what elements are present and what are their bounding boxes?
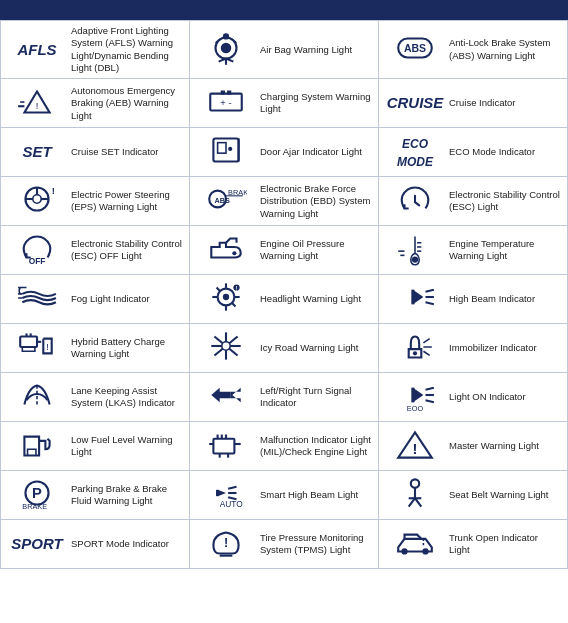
svg-point-19 [33,195,41,203]
symbol-icon: CRUISE [385,94,445,112]
svg-line-3 [219,58,226,61]
svg-point-5 [223,33,229,39]
svg-rect-48 [20,337,37,348]
symbol-icon: OFF [7,230,67,270]
table-row: SETCruise SET IndicatorDoor Ajar Indicat… [1,128,568,177]
symbol-cell: PBRAKEParking Brake & Brake Fluid Warnin… [1,471,190,520]
svg-point-17 [228,147,232,151]
symbol-cell: Fog Light Indicator [1,275,190,324]
svg-text:EOO: EOO [407,404,424,413]
symbol-label: Electronic Stability Control (ESC) OFF L… [71,238,183,263]
symbol-cell: Left/Right Turn Signal Indicator [190,373,379,422]
symbol-cell: !Tire Pressure Monitoring System (TPMS) … [190,520,379,569]
symbol-icon [385,181,445,221]
table-row: !Electric Power Steering (EPS) Warning L… [1,177,568,226]
symbol-label: Anti-Lock Brake System (ABS) Warning Lig… [449,37,561,62]
symbol-label: Fog Light Indicator [71,293,150,305]
symbol-icon [7,377,67,417]
table-row: !Autonomous Emergency Braking (AEB) Warn… [1,79,568,128]
svg-rect-13 [227,91,231,95]
symbol-label: Autonomous Emergency Braking (AEB) Warni… [71,85,183,122]
table-row: PBRAKEParking Brake & Brake Fluid Warnin… [1,471,568,520]
svg-point-35 [223,294,229,300]
table-row: Low Fuel Level Warning LightMalfunction … [1,422,568,471]
symbol-icon [385,475,445,515]
symbol-label: Engine Temperature Warning Light [449,238,561,263]
symbol-icon [196,328,256,368]
symbol-cell: + -Charging System Warning Light [190,79,379,128]
symbol-icon: PBRAKE [7,475,67,515]
symbol-label: Trunk Open Indicator Light [449,532,561,557]
symbol-icon: ! [385,426,445,466]
symbol-cell: ECO MODEECO Mode Indicator [379,128,568,177]
symbol-cell: !!Headlight Warning Light [190,275,379,324]
svg-line-59 [426,388,434,390]
svg-text:!: ! [224,537,228,551]
symbol-cell: Seat Belt Warning Light [379,471,568,520]
symbol-label: Light ON Indicator [449,391,526,403]
symbol-icon: ! [196,524,256,564]
symbol-cell: Trunk Open Indicator Light [379,520,568,569]
symbol-icon [385,279,445,319]
table-row: OFFElectronic Stability Control (ESC) OF… [1,226,568,275]
svg-point-29 [232,252,236,256]
svg-text:!: ! [46,342,49,353]
symbol-label: Parking Brake & Brake Fluid Warning Ligh… [71,483,183,508]
svg-text:ABS: ABS [214,197,230,206]
symbol-cell: !Autonomous Emergency Braking (AEB) Warn… [1,79,190,128]
symbol-icon: + - [196,83,256,123]
svg-text:P: P [32,486,42,502]
svg-point-83 [422,549,428,555]
symbol-label: Headlight Warning Light [260,293,361,305]
svg-point-57 [413,352,417,356]
symbol-cell: Low Fuel Level Warning Light [1,422,190,471]
symbol-label: High Beam Indicator [449,293,535,305]
symbol-icon [7,426,67,466]
symbol-cell: ABSAnti-Lock Brake System (ABS) Warning … [379,21,568,79]
symbol-icon: ! [7,83,67,123]
symbol-label: Tire Pressure Monitoring System (TPMS) L… [260,532,372,557]
svg-line-47 [426,303,434,305]
symbol-icon: SET [7,143,67,161]
symbol-cell: !Master Warning Light [379,422,568,471]
symbol-label: Immobilizer Indicator [449,342,537,354]
symbol-label: Seat Belt Warning Light [449,489,548,501]
table-row: !Hybrid Battery Charge Warning LightIcy … [1,324,568,373]
symbol-icon [385,524,445,564]
table-row: Fog Light Indicator!!Headlight Warning L… [1,275,568,324]
symbol-label: Cruise Indicator [449,97,516,109]
svg-line-40 [217,288,221,292]
symbol-cell: Engine Temperature Warning Light [379,226,568,275]
svg-line-45 [426,290,434,292]
symbol-icon: SPORT [7,535,67,553]
symbol-label: Electronic Stability Control (ESC) Light [449,189,561,214]
svg-text:AUTO: AUTO [220,499,244,509]
symbol-label: Low Fuel Level Warning Light [71,434,183,459]
svg-point-82 [401,549,407,555]
svg-point-56 [222,342,230,350]
symbol-label: Air Bag Warning Light [260,44,352,56]
symbol-label: SPORT Mode Indicator [71,538,169,550]
symbol-cell: Immobilizer Indicator [379,324,568,373]
header [0,0,568,20]
symbol-icon: ECO MODE [385,134,445,170]
svg-text:OFF: OFF [29,256,46,266]
symbol-cell: Air Bag Warning Light [190,21,379,79]
svg-line-75 [228,487,236,489]
svg-text:!: ! [36,101,39,112]
symbol-label: Left/Right Turn Signal Indicator [260,385,372,410]
symbol-icon [7,279,67,319]
symbol-icon: !! [196,279,256,319]
table-row: Lane Keeping Assist System (LKAS) Indica… [1,373,568,422]
symbol-icon: AUTO [196,475,256,515]
symbol-label: Cruise SET Indicator [71,146,158,158]
symbol-label: Master Warning Light [449,440,539,452]
symbol-cell: High Beam Indicator [379,275,568,324]
symbol-label: Smart High Beam Light [260,489,358,501]
symbol-label: Charging System Warning Light [260,91,372,116]
svg-line-4 [226,58,233,61]
symbol-cell: SPORTSPORT Mode Indicator [1,520,190,569]
symbol-cell: !Electric Power Steering (EPS) Warning L… [1,177,190,226]
svg-text:BRAKE: BRAKE [22,502,47,511]
svg-point-79 [411,480,419,488]
